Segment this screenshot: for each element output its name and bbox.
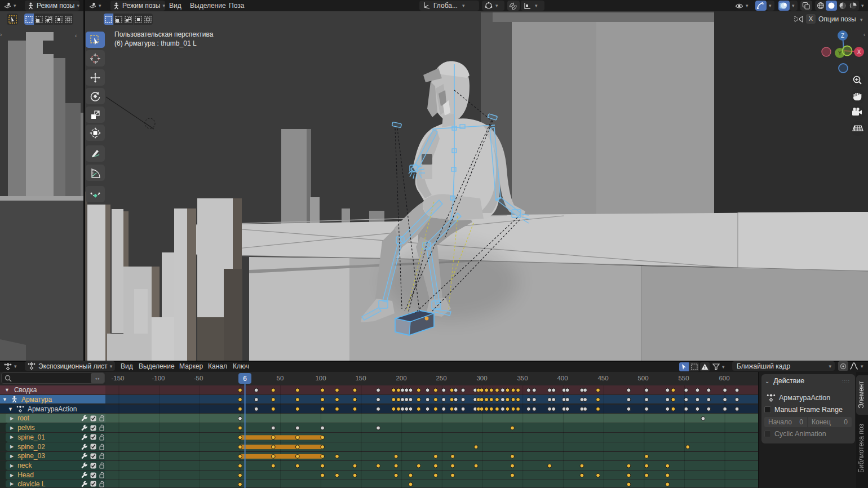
svg-text:6: 6 — [243, 375, 247, 383]
svg-text:X: X — [857, 49, 861, 55]
svg-text:Z: Z — [841, 33, 844, 39]
svg-text:Y: Y — [838, 50, 842, 56]
